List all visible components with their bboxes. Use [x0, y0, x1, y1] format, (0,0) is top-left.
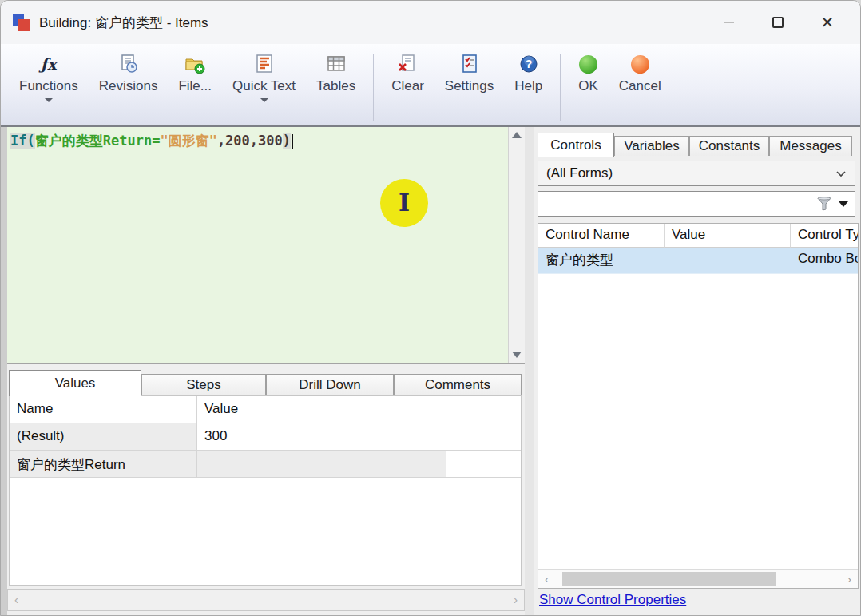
functions-fx-icon: ƒx — [41, 52, 57, 76]
result-value-cell: 300 — [197, 423, 446, 451]
scroll-right-icon[interactable]: › — [514, 593, 518, 607]
return-name-cell: 窗户的类型Return — [10, 451, 197, 478]
file-button[interactable]: File... — [168, 52, 222, 94]
tab-comments[interactable]: Comments — [394, 374, 522, 395]
tab-constants[interactable]: Constants — [689, 136, 769, 156]
formula-token-keyword: If( — [10, 133, 35, 149]
left-pane: If(窗户的类型Return="圆形窗",200,300) I Values S… — [1, 127, 525, 615]
functions-button[interactable]: ƒx Functions — [9, 52, 89, 102]
maximize-button[interactable] — [753, 1, 803, 44]
file-folder-add-icon — [184, 52, 205, 76]
column-header-value[interactable]: Value — [665, 224, 791, 248]
control-name-cell: 窗户的类型 — [538, 248, 665, 273]
clear-document-x-icon — [397, 52, 418, 76]
scroll-up-icon[interactable] — [512, 132, 522, 138]
cancel-orange-circle-icon — [631, 52, 649, 76]
table-row[interactable]: 窗户的类型Return — [10, 451, 521, 478]
tab-values[interactable]: Values — [9, 370, 141, 396]
revisions-button[interactable]: Revisions — [89, 52, 169, 94]
scroll-right-icon[interactable]: › — [847, 572, 851, 586]
controls-pane: Controls Variables Constants Messages (A… — [534, 127, 860, 615]
dialog-window: Building: 窗户的类型 - Items ✕ ƒx Functions — [0, 0, 861, 616]
toolbar-separator — [373, 54, 374, 121]
tables-grid-icon — [326, 52, 347, 76]
controls-horizontal-scrollbar[interactable]: ‹ › — [538, 569, 858, 588]
title-bar: Building: 窗户的类型 - Items ✕ — [1, 1, 860, 44]
column-header-extra — [446, 396, 521, 423]
editor-vertical-scrollbar[interactable] — [508, 127, 525, 363]
toolbar: ƒx Functions Revisions — [1, 44, 860, 127]
values-horizontal-scrollbar[interactable]: ‹ › — [7, 589, 525, 611]
result-name-cell: (Result) — [10, 423, 197, 451]
filter-input-box[interactable] — [538, 191, 855, 217]
ibeam-cursor-icon: I — [399, 191, 410, 215]
formula-token-string: "圆形窗" — [160, 133, 216, 149]
show-control-properties-link[interactable]: Show Control Properties — [539, 592, 686, 608]
tab-steps[interactable]: Steps — [141, 374, 266, 395]
tab-controls[interactable]: Controls — [538, 133, 614, 157]
control-value-cell — [665, 248, 791, 273]
text-caret — [292, 134, 293, 149]
tables-button[interactable]: Tables — [306, 52, 366, 94]
help-question-icon: ? — [518, 52, 539, 76]
return-value-cell — [197, 451, 446, 478]
column-header-name[interactable]: Name — [10, 396, 197, 423]
pane-divider[interactable] — [525, 127, 534, 615]
column-header-control-name[interactable]: Control Name — [538, 224, 665, 248]
svg-text:?: ? — [525, 58, 532, 70]
scroll-left-icon[interactable]: ‹ — [545, 572, 549, 586]
formula-editor[interactable]: If(窗户的类型Return="圆形窗",200,300) I — [7, 127, 525, 364]
column-header-value[interactable]: Value — [197, 396, 446, 423]
values-tab-bar: Values Steps Drill Down Comments — [9, 368, 523, 395]
column-header-control-type[interactable]: Control Type — [791, 224, 859, 248]
settings-checklist-icon — [459, 52, 480, 76]
close-button[interactable]: ✕ — [803, 1, 852, 44]
formula-text: If(窗户的类型Return="圆形窗",200,300) — [7, 127, 525, 155]
formula-token-operator: = — [152, 133, 160, 149]
values-table: Name Value (Result) 300 窗户的类型Return — [9, 395, 522, 586]
app-icon — [12, 13, 31, 32]
controls-tab-bar: Controls Variables Constants Messages — [538, 132, 859, 156]
controls-table-header: Control Name Value Control Type — [538, 224, 859, 248]
chevron-down-icon — [835, 170, 847, 177]
window-title: Building: 窗户的类型 - Items — [39, 14, 208, 32]
scroll-down-icon[interactable] — [512, 352, 522, 358]
toolbar-separator — [560, 54, 561, 121]
filter-input[interactable] — [545, 197, 816, 211]
formula-token-identifier: 窗户的类型Return — [35, 133, 152, 149]
formula-token-bracket: ) — [283, 133, 291, 149]
controls-table: Control Name Value Control Type 窗户的类型 Co… — [538, 223, 859, 589]
filter-dropdown-icon[interactable] — [839, 201, 848, 207]
chevron-down-icon — [260, 98, 268, 102]
filter-funnel-icon[interactable] — [816, 197, 832, 212]
minimize-icon — [724, 22, 734, 23]
tab-variables[interactable]: Variables — [614, 136, 689, 156]
form-selector-dropdown[interactable]: (All Forms) — [538, 161, 855, 186]
settings-button[interactable]: Settings — [434, 52, 504, 94]
mouse-cursor-highlight: I — [380, 179, 428, 227]
close-icon: ✕ — [821, 14, 835, 30]
help-button[interactable]: ? Help — [504, 52, 553, 94]
cancel-button[interactable]: Cancel — [609, 52, 672, 94]
clear-button[interactable]: Clear — [381, 52, 434, 94]
scrollbar-thumb[interactable] — [562, 572, 776, 586]
ok-green-circle-icon — [579, 52, 597, 76]
tab-drill-down[interactable]: Drill Down — [266, 374, 394, 395]
chevron-down-icon — [45, 98, 53, 102]
scroll-left-icon[interactable]: ‹ — [14, 593, 18, 607]
table-row[interactable]: (Result) 300 — [10, 423, 521, 451]
control-type-cell: Combo Box — [791, 248, 859, 273]
formula-token-number: ,200,300 — [217, 133, 283, 149]
minimize-button[interactable] — [704, 1, 753, 44]
values-table-header: Name Value — [10, 396, 521, 423]
tab-messages[interactable]: Messages — [769, 136, 852, 156]
quick-text-document-icon — [254, 52, 275, 76]
maximize-icon — [772, 17, 784, 28]
table-row-selected[interactable]: 窗户的类型 Combo Box — [538, 248, 859, 274]
ok-button[interactable]: OK — [568, 52, 609, 94]
revisions-document-icon — [118, 52, 139, 76]
quick-text-button[interactable]: Quick Text — [222, 52, 306, 102]
